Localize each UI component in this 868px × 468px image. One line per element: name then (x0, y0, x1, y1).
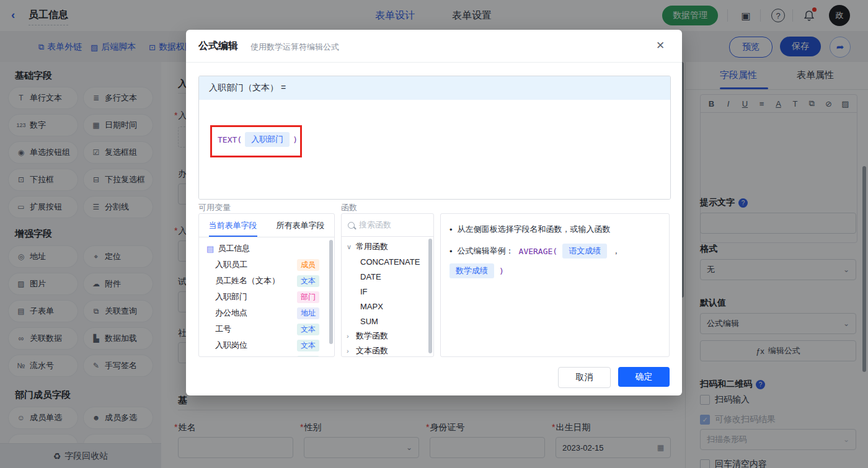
function-name: SUM (360, 317, 378, 326)
form-name: 员工信息 (218, 243, 250, 254)
function-name: MAPX (360, 302, 383, 311)
tip-text: 从左侧面板选择字段名和函数，或输入函数 (458, 224, 611, 235)
example-separator: ， (612, 245, 620, 257)
active-tab-underline (209, 236, 257, 237)
tips-box: • 从左侧面板选择字段名和函数，或输入函数 • 公式编辑举例： AVERAGE(… (440, 213, 670, 357)
function-search[interactable]: 搜索函数 (342, 214, 433, 237)
variable-name: 员工姓名（文本） (206, 275, 280, 286)
type-badge: 部门 (297, 291, 319, 303)
variables-scrollbar[interactable] (329, 240, 333, 344)
bullet: • (450, 247, 453, 256)
formula-edit-modal: 公式编辑 使用数学运算符编辑公式 ✕ 入职部门（文本） = TEXT( 入职部门… (186, 30, 682, 395)
functions-tree: ∨常用函数 CONCATENATE DATE IF MAPX SUM ›数学函数… (342, 237, 433, 357)
type-badge: 文本 (297, 356, 319, 358)
variable-item-partial[interactable]: 文本 (199, 353, 334, 357)
function-name: DATE (360, 272, 381, 281)
type-badge: 地址 (297, 307, 319, 319)
chevron-open-icon: ∨ (347, 243, 353, 251)
group-label: 文本函数 (356, 345, 388, 356)
function-item[interactable]: MAPX (342, 299, 433, 314)
formula-target: 入职部门（文本） = (199, 76, 670, 100)
tip-line: • 从左侧面板选择字段名和函数，或输入函数 (450, 224, 660, 235)
function-group-text[interactable]: ›文本函数 (342, 343, 433, 357)
form-node[interactable]: ▤ 员工信息 (199, 241, 334, 257)
annotation-highlight-box (210, 125, 302, 157)
function-item[interactable]: DATE (342, 269, 433, 284)
tab-all-form-fields[interactable]: 所有表单字段 (267, 220, 334, 231)
tip-example-prefix: 公式编辑举例： (458, 245, 514, 257)
variable-item[interactable]: 员工姓名（文本）文本 (199, 273, 334, 289)
function-name: IF (360, 287, 368, 296)
formula-content[interactable]: TEXT( 入职部门 ) (199, 100, 670, 199)
modal-subtitle: 使用数学运算符编辑公式 (250, 42, 339, 53)
variable-name: 办公地点 (206, 307, 247, 319)
tab-current-form-fields[interactable]: 当前表单字段 (199, 220, 267, 231)
variable-name: 工号 (206, 324, 231, 335)
variables-list: ▤ 员工信息 入职员工成员 员工姓名（文本）文本 入职部门部门 办公地点地址 工… (199, 237, 334, 357)
variables-tabs: 当前表单字段 所有表单字段 (199, 214, 334, 237)
chevron-closed-icon: › (347, 347, 353, 355)
functions-box: 搜索函数 ∨常用函数 CONCATENATE DATE IF MAPX SUM … (341, 213, 434, 357)
variable-name: 入职部门 (206, 291, 247, 302)
variable-item[interactable]: 工号文本 (199, 321, 334, 337)
type-badge: 文本 (297, 340, 319, 351)
example-field-chip: 语文成绩 (562, 244, 607, 258)
bullet: • (450, 225, 453, 234)
chevron-closed-icon: › (347, 332, 353, 340)
modal-header-divider (186, 62, 682, 63)
function-group-math[interactable]: ›数学函数 (342, 329, 433, 343)
search-placeholder: 搜索函数 (359, 219, 391, 231)
function-name: CONCATENATE (360, 257, 420, 267)
variable-name: 入职岗位 (206, 340, 247, 351)
modal-title: 公式编辑 (198, 40, 238, 53)
group-label: 数学函数 (356, 330, 388, 342)
variable-item[interactable]: 入职部门部门 (199, 289, 334, 305)
variable-item[interactable]: 入职员工成员 (199, 257, 334, 273)
type-badge: 文本 (297, 324, 319, 335)
tip-line-example: • 公式编辑举例： AVERAGE( 语文成绩 ， 数学成绩 ) (450, 244, 660, 278)
close-icon[interactable]: ✕ (656, 39, 665, 52)
function-item[interactable]: CONCATENATE (342, 254, 433, 269)
type-badge: 成员 (297, 259, 319, 271)
variables-label: 可用变量 (198, 202, 231, 213)
app-window: ‹ 员工信息 表单设计 表单设置 数据管理 ▣ ? 政 ⧉ 表单外链 ▨ 后端脚… (0, 0, 868, 468)
variable-item[interactable]: 办公地点地址 (199, 305, 334, 321)
cancel-button[interactable]: 取消 (558, 367, 611, 388)
formula-editor: 入职部门（文本） = TEXT( 入职部门 ) (198, 76, 671, 200)
group-label: 常用函数 (356, 241, 388, 252)
functions-scrollbar[interactable] (428, 239, 432, 353)
variables-box: 当前表单字段 所有表单字段 ▤ 员工信息 入职员工成员 员工姓名（文本）文本 入… (198, 213, 335, 357)
example-field-chip: 数学成绩 (450, 263, 494, 278)
function-item[interactable]: IF (342, 284, 433, 299)
search-icon (348, 222, 355, 229)
form-doc-icon: ▤ (206, 244, 214, 254)
variable-name: 入职员工 (206, 259, 247, 270)
function-group-common[interactable]: ∨常用函数 (342, 239, 433, 254)
example-function-token: AVERAGE( (519, 247, 558, 256)
variable-item[interactable]: 入职岗位文本 (199, 337, 334, 353)
functions-label: 函数 (341, 202, 357, 213)
function-item[interactable]: SUM (342, 314, 433, 329)
confirm-button[interactable]: 确定 (618, 367, 670, 387)
type-badge: 文本 (297, 275, 319, 287)
example-function-close: ) (499, 267, 504, 276)
